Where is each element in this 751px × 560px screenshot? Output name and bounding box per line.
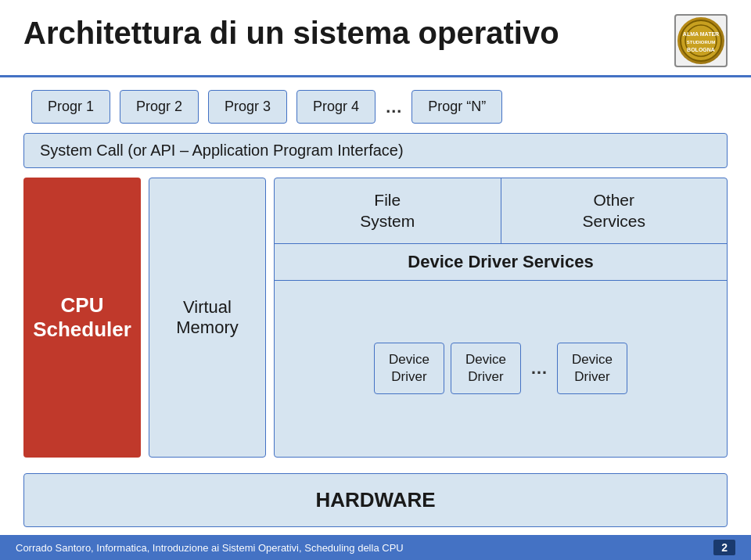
cpu-scheduler-box: CPU Scheduler	[23, 178, 141, 458]
device-drivers-row: Device Driver Device Driver … Device Dri…	[275, 281, 727, 457]
device-driver-n: Device Driver	[557, 343, 627, 394]
right-section: File System Other Services Device Driver…	[274, 178, 728, 458]
programs-row: Progr 1 Progr 2 Progr 3 Progr 4 … Progr …	[23, 90, 728, 124]
right-top-row: File System Other Services	[275, 178, 727, 244]
device-driver-n-label: Device Driver	[572, 352, 613, 384]
device-driver-1: Device Driver	[374, 343, 444, 394]
footer: Corrado Santoro, Informatica, Introduzio…	[0, 535, 751, 560]
device-driver-1-label: Device Driver	[389, 352, 429, 384]
svg-text:ALMA MATER: ALMA MATER	[683, 31, 719, 37]
device-drivers-dots: …	[527, 358, 551, 379]
svg-text:STUDIORUM: STUDIORUM	[687, 40, 715, 45]
prog-4: Progr 4	[296, 90, 376, 124]
virtual-memory-box: Virtual Memory	[149, 178, 266, 458]
slide-number: 2	[713, 540, 735, 555]
prog-2: Progr 2	[120, 90, 199, 124]
prog-1: Progr 1	[31, 90, 110, 124]
hardware-bar: HARDWARE	[23, 473, 728, 527]
page-title: Architettura di un sistema operativo	[23, 14, 559, 52]
other-services-label: Other Services	[582, 191, 645, 230]
logo: ALMA MATER STUDIORUM BOLOGNA	[674, 14, 728, 67]
device-driver-services-row: Device Driver Services	[275, 244, 727, 281]
diagram-area: CPU Scheduler Virtual Memory File System…	[23, 178, 728, 458]
header: Architettura di un sistema operativo ALM…	[0, 0, 751, 77]
svg-text:BOLOGNA: BOLOGNA	[687, 47, 715, 52]
cpu-scheduler-label: CPU Scheduler	[33, 293, 131, 342]
virtual-memory-label: Virtual Memory	[176, 297, 238, 339]
logo-image: ALMA MATER STUDIORUM BOLOGNA	[677, 17, 724, 64]
other-services-box: Other Services	[501, 178, 728, 243]
footer-text: Corrado Santoro, Informatica, Introduzio…	[16, 542, 404, 554]
device-driver-2-label: Device Driver	[465, 352, 506, 384]
prog-3: Progr 3	[208, 90, 287, 124]
device-driver-2: Device Driver	[451, 343, 521, 394]
file-system-label: File System	[360, 191, 415, 230]
prog-n: Progr “N”	[411, 90, 502, 124]
slide: Architettura di un sistema operativo ALM…	[0, 0, 751, 560]
main-content: Progr 1 Progr 2 Progr 3 Progr 4 … Progr …	[0, 77, 751, 535]
programs-dots: …	[385, 97, 402, 117]
syscall-bar: System Call (or API – Application Progra…	[23, 133, 728, 168]
file-system-box: File System	[275, 178, 501, 243]
